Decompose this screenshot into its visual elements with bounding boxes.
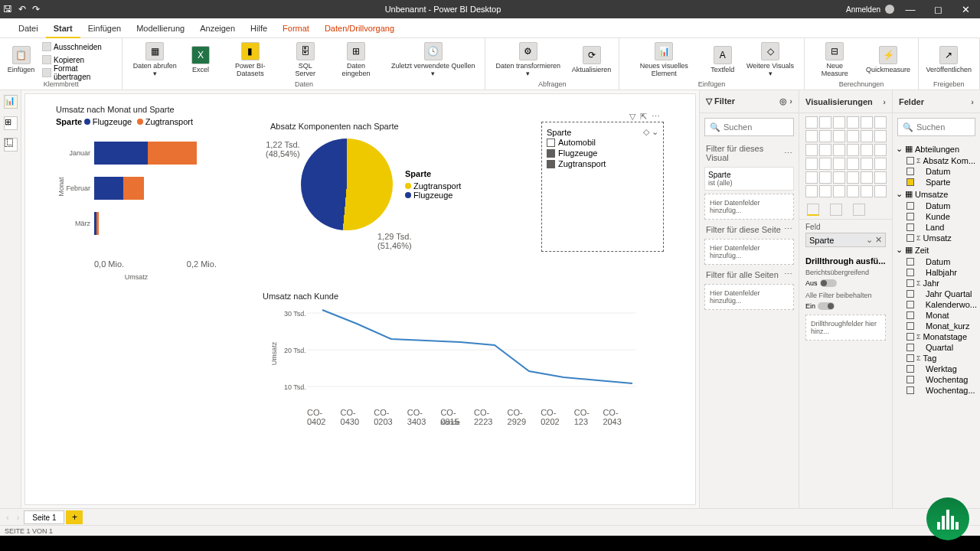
viz-type-button[interactable] bbox=[805, 116, 818, 129]
tab-view[interactable]: Anzeigen bbox=[192, 18, 243, 38]
viz-type-button[interactable] bbox=[874, 185, 887, 197]
checkbox-icon[interactable] bbox=[547, 139, 555, 147]
collapse-icon[interactable]: › bbox=[789, 96, 792, 106]
viz-type-button[interactable] bbox=[861, 158, 873, 170]
field-item[interactable]: Jahr Quartal bbox=[896, 289, 977, 299]
slicer-item[interactable]: Automobil bbox=[547, 137, 658, 148]
viz-type-button[interactable] bbox=[861, 144, 873, 156]
tab-insert[interactable]: Einfügen bbox=[80, 18, 129, 38]
checkbox-icon[interactable] bbox=[906, 279, 914, 287]
checkbox-icon[interactable] bbox=[906, 311, 914, 319]
fields-tab[interactable] bbox=[807, 204, 819, 216]
viz-type-button[interactable] bbox=[847, 116, 859, 129]
viz-type-button[interactable] bbox=[819, 144, 831, 156]
tab-format[interactable]: Format bbox=[275, 18, 317, 38]
viz-type-button[interactable] bbox=[819, 116, 831, 129]
viz-type-button[interactable] bbox=[847, 144, 859, 156]
save-icon[interactable]: 🖫 bbox=[3, 4, 12, 15]
field-item[interactable]: Datum bbox=[896, 201, 977, 211]
pie-chart-visual[interactable]: Absatz Komponenten nach Sparte 1,22 Tsd.… bbox=[270, 122, 523, 275]
fields-search[interactable]: 🔍 bbox=[897, 118, 975, 136]
checkbox-icon[interactable] bbox=[906, 213, 914, 220]
drill-fields-drop[interactable]: Drillthroughfelder hier hinz... bbox=[805, 315, 886, 341]
checkbox-icon[interactable] bbox=[547, 160, 555, 168]
page-next[interactable]: › bbox=[14, 513, 23, 522]
viz-type-button[interactable] bbox=[874, 144, 887, 156]
field-item[interactable]: Wochentag bbox=[896, 374, 977, 385]
field-item[interactable]: ΣAbsatz Kom... bbox=[896, 155, 977, 166]
checkbox-icon[interactable] bbox=[906, 178, 914, 186]
sql-server-button[interactable]: 🗄SQL Server bbox=[285, 40, 326, 80]
viz-type-button[interactable] bbox=[861, 185, 873, 197]
viz-type-button[interactable] bbox=[805, 130, 818, 142]
field-chip[interactable]: Sparte⌄ ✕ bbox=[805, 233, 886, 247]
pbi-datasets-button[interactable]: ▮Power BI-Datasets bbox=[219, 40, 282, 80]
viz-type-button[interactable] bbox=[861, 116, 873, 129]
filter-drop-page[interactable]: Hier Datenfelder hinzufüg... bbox=[704, 239, 794, 265]
checkbox-icon[interactable] bbox=[906, 234, 914, 242]
report-canvas[interactable]: Umsatz nach Monat und Sparte Sparte Flug… bbox=[24, 93, 696, 505]
checkbox-icon[interactable] bbox=[906, 322, 914, 330]
new-visual-button[interactable]: 📊Neues visuelles Element bbox=[624, 40, 704, 80]
add-page-button[interactable]: + bbox=[66, 510, 83, 524]
filter-search[interactable]: 🔍 bbox=[704, 118, 794, 136]
field-item[interactable]: ΣUmsatz bbox=[896, 233, 977, 243]
fields-search-input[interactable] bbox=[916, 122, 980, 132]
viz-type-button[interactable] bbox=[805, 171, 818, 184]
checkbox-icon[interactable] bbox=[906, 202, 914, 210]
slicer-item[interactable]: Flugzeuge bbox=[547, 148, 658, 158]
tab-help[interactable]: Hilfe bbox=[243, 18, 275, 38]
field-item[interactable]: ΣMonatstage bbox=[896, 331, 977, 342]
checkbox-icon[interactable] bbox=[906, 168, 914, 175]
eye-icon[interactable]: ◎ bbox=[779, 96, 787, 106]
field-item[interactable]: Quartal bbox=[896, 342, 977, 353]
viz-type-button[interactable] bbox=[833, 158, 845, 170]
filter-icon[interactable]: ▽ bbox=[629, 112, 635, 122]
textbox-button[interactable]: ATextfeld bbox=[707, 40, 738, 80]
transform-data-button[interactable]: ⚙Daten transformieren ▾ bbox=[490, 40, 566, 80]
field-table[interactable]: ⌄▦Abteilungen bbox=[896, 142, 977, 155]
checkbox-icon[interactable] bbox=[906, 354, 914, 362]
format-tab[interactable] bbox=[830, 204, 842, 216]
cross-report-toggle[interactable] bbox=[820, 279, 837, 287]
more-icon[interactable]: ⋯ bbox=[784, 148, 792, 158]
tab-home[interactable]: Start bbox=[46, 18, 80, 38]
viz-type-button[interactable] bbox=[874, 116, 887, 129]
collapse-icon[interactable]: › bbox=[971, 97, 974, 106]
field-item[interactable]: ΣTag bbox=[896, 353, 977, 364]
checkbox-icon[interactable] bbox=[906, 333, 914, 341]
field-item[interactable]: Monat_kurz bbox=[896, 321, 977, 331]
viz-type-button[interactable] bbox=[847, 158, 859, 170]
checkbox-icon[interactable] bbox=[906, 365, 914, 373]
viz-type-button[interactable] bbox=[861, 171, 873, 184]
paste-button[interactable]: 📋Einfügen bbox=[5, 40, 38, 80]
viz-type-button[interactable] bbox=[819, 185, 831, 197]
more-icon[interactable]: ⋯ bbox=[652, 112, 660, 122]
field-item[interactable]: Kunde bbox=[896, 211, 977, 222]
get-data-button[interactable]: ▦Daten abrufen ▾ bbox=[127, 40, 182, 80]
field-item[interactable]: Monat bbox=[896, 310, 977, 321]
new-measure-button[interactable]: ⊟Neue Measure bbox=[809, 40, 860, 80]
collapse-icon[interactable]: › bbox=[883, 97, 886, 106]
refresh-button[interactable]: ⟳Aktualisieren bbox=[569, 40, 614, 80]
filter-drop-visual[interactable]: Hier Datenfelder hinzufüg... bbox=[704, 194, 794, 220]
slicer-visual[interactable]: ▽ ⇱ ⋯ Sparte ◇ ⌄ Automobil Flugzeuge Zug… bbox=[541, 122, 664, 252]
signin-link[interactable]: Anmelden bbox=[846, 5, 880, 14]
checkbox-icon[interactable] bbox=[906, 290, 914, 298]
viz-type-button[interactable] bbox=[847, 171, 859, 184]
more-icon[interactable]: ⋯ bbox=[784, 224, 792, 234]
checkbox-icon[interactable] bbox=[906, 386, 914, 394]
keep-filters-toggle[interactable] bbox=[818, 302, 835, 310]
format-painter-button[interactable]: Format übertragen bbox=[41, 67, 117, 79]
viz-type-button[interactable] bbox=[847, 130, 859, 142]
viz-type-button[interactable] bbox=[833, 130, 845, 142]
minimize-button[interactable]: — bbox=[899, 4, 922, 15]
field-item[interactable]: Datum bbox=[896, 256, 977, 267]
eraser-icon[interactable]: ◇ bbox=[643, 127, 649, 136]
excel-button[interactable]: XExcel bbox=[185, 40, 216, 80]
viz-type-button[interactable] bbox=[819, 158, 831, 170]
analytics-tab[interactable] bbox=[853, 204, 865, 216]
field-table[interactable]: ⌄▦Umsatze bbox=[896, 187, 977, 201]
more-visuals-button[interactable]: ◇Weitere Visuals ▾ bbox=[741, 40, 799, 80]
viz-type-button[interactable] bbox=[861, 130, 873, 142]
